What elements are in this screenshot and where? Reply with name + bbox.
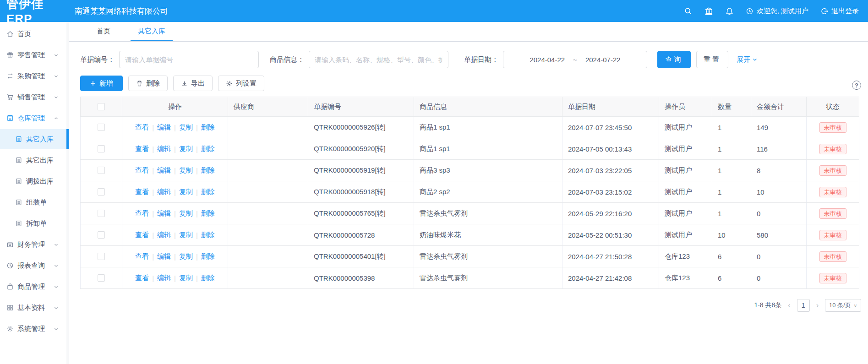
cell-amount: 0 xyxy=(751,203,807,224)
sidebar-item-2[interactable]: 采购管理 xyxy=(0,66,69,86)
prev-page-icon[interactable]: ‹ xyxy=(787,301,791,310)
welcome-user[interactable]: 欢迎您, 测试用户 xyxy=(746,7,808,16)
sidebar-item-label: 其它出库 xyxy=(26,156,69,165)
row-action-edit[interactable]: 编辑 xyxy=(157,145,171,153)
row-action-edit[interactable]: 编辑 xyxy=(157,166,171,175)
row-checkbox[interactable] xyxy=(98,210,105,217)
row-checkbox[interactable] xyxy=(98,124,105,131)
row-action-delete[interactable]: 删除 xyxy=(201,188,215,196)
help-icon[interactable]: ? xyxy=(852,81,861,90)
row-action-edit[interactable]: 编辑 xyxy=(157,274,171,283)
cell-operator: 测试用户 xyxy=(659,117,712,138)
row-action-view[interactable]: 查看 xyxy=(135,231,149,239)
row-checkbox[interactable] xyxy=(98,231,105,239)
row-actions: 查看|编辑|复制|删除 xyxy=(128,145,222,153)
row-action-copy[interactable]: 复制 xyxy=(179,209,193,218)
row-action-edit[interactable]: 编辑 xyxy=(157,123,171,132)
row-action-view[interactable]: 查看 xyxy=(135,209,149,218)
cell-operator: 仓库123 xyxy=(659,267,712,289)
add-button[interactable]: 新增 xyxy=(80,76,123,91)
row-action-copy[interactable]: 复制 xyxy=(179,188,193,196)
cell-amount: 149 xyxy=(751,117,807,138)
order-no-input[interactable] xyxy=(119,51,259,68)
chevron-down-icon xyxy=(54,242,59,247)
row-checkbox[interactable] xyxy=(98,167,105,174)
row-action-copy[interactable]: 复制 xyxy=(179,274,193,283)
sidebar-item-6[interactable]: 其它出库 xyxy=(0,150,69,170)
logout-button[interactable]: 退出登录 xyxy=(820,7,859,16)
sidebar-item-4[interactable]: 仓库管理 xyxy=(0,108,69,128)
sidebar-item-3[interactable]: 销售管理 xyxy=(0,87,69,107)
bank-icon[interactable] xyxy=(704,7,713,16)
row-action-edit[interactable]: 编辑 xyxy=(157,188,171,196)
search-icon[interactable] xyxy=(684,7,693,16)
row-action-view[interactable]: 查看 xyxy=(135,188,149,196)
date-to[interactable]: 2024-07-22 xyxy=(585,56,621,64)
page-size-select[interactable]: 10 条/页 ∨ xyxy=(825,299,861,312)
tab-0[interactable]: 首页 xyxy=(89,22,118,41)
row-action-edit[interactable]: 编辑 xyxy=(157,252,171,261)
company-name: 南通某某网络科技有限公司 xyxy=(75,6,168,16)
row-action-delete[interactable]: 删除 xyxy=(201,123,215,132)
sidebar-item-label: 报表查询 xyxy=(17,261,54,270)
cell-amount: 10 xyxy=(751,181,807,203)
doc-icon xyxy=(15,178,22,185)
row-action-copy[interactable]: 复制 xyxy=(179,123,193,132)
next-page-icon[interactable]: › xyxy=(815,301,819,310)
sidebar-item-5[interactable]: 其它入库 xyxy=(0,129,69,149)
row-checkbox[interactable] xyxy=(98,274,105,282)
row-checkbox[interactable] xyxy=(98,188,105,196)
row-action-copy[interactable]: 复制 xyxy=(179,145,193,153)
cell-supplier xyxy=(228,224,308,246)
row-action-copy[interactable]: 复制 xyxy=(179,166,193,175)
row-action-delete[interactable]: 删除 xyxy=(201,166,215,175)
row-checkbox[interactable] xyxy=(98,145,105,152)
row-action-view[interactable]: 查看 xyxy=(135,123,149,132)
row-action-edit[interactable]: 编辑 xyxy=(157,231,171,239)
row-action-delete[interactable]: 删除 xyxy=(201,145,215,153)
expand-link[interactable]: 展开 xyxy=(737,55,758,64)
row-action-view[interactable]: 查看 xyxy=(135,252,149,261)
row-action-view[interactable]: 查看 xyxy=(135,166,149,175)
row-action-edit[interactable]: 编辑 xyxy=(157,209,171,218)
product-info-input[interactable] xyxy=(309,51,448,68)
sidebar-item-9[interactable]: 拆卸单 xyxy=(0,213,69,234)
page-number[interactable]: 1 xyxy=(797,299,810,312)
row-action-delete[interactable]: 删除 xyxy=(201,274,215,283)
row-action-delete[interactable]: 删除 xyxy=(201,252,215,261)
chevron-down-icon xyxy=(752,57,758,62)
table-row: 查看|编辑|复制|删除QTRK00000005920[转]商品1 sp12024… xyxy=(81,138,859,160)
bell-icon[interactable] xyxy=(725,7,734,16)
column-settings-button[interactable]: 列设置 xyxy=(218,76,264,91)
table-body: 查看|编辑|复制|删除QTRK00000005926[转]商品1 sp12024… xyxy=(81,117,859,289)
sidebar-item-13[interactable]: 基本资料 xyxy=(0,298,69,318)
search-button[interactable]: 查询 xyxy=(657,51,691,68)
row-checkbox[interactable] xyxy=(98,253,105,260)
date-range-picker[interactable]: 2024-04-22 ~ 2024-07-22 xyxy=(503,51,647,68)
date-from[interactable]: 2024-04-22 xyxy=(530,56,565,64)
row-action-delete[interactable]: 删除 xyxy=(201,231,215,239)
select-all-checkbox[interactable] xyxy=(98,103,105,110)
sidebar-item-11[interactable]: 报表查询 xyxy=(0,255,69,276)
row-action-delete[interactable]: 删除 xyxy=(201,209,215,218)
export-button[interactable]: 导出 xyxy=(173,76,213,91)
cell-amount: 8 xyxy=(751,160,807,181)
reset-button[interactable]: 重置 xyxy=(696,51,728,68)
sidebar-item-1[interactable]: 零售管理 xyxy=(0,45,69,65)
sidebar-item-8[interactable]: 组装单 xyxy=(0,192,69,212)
status-badge: 未审核 xyxy=(819,251,846,262)
row-action-view[interactable]: 查看 xyxy=(135,145,149,153)
sidebar-item-7[interactable]: 调拨出库 xyxy=(0,171,69,191)
sidebar-item-12[interactable]: 商品管理 xyxy=(0,277,69,297)
sidebar-item-14[interactable]: 系统管理 xyxy=(0,319,69,339)
delete-button[interactable]: 删除 xyxy=(128,76,168,91)
row-actions: 查看|编辑|复制|删除 xyxy=(128,252,222,261)
row-action-copy[interactable]: 复制 xyxy=(179,252,193,261)
row-action-view[interactable]: 查看 xyxy=(135,274,149,283)
tab-1[interactable]: 其它入库 xyxy=(131,22,173,41)
column-header-8: 状态 xyxy=(807,97,859,117)
sidebar-item-0[interactable]: 首页 xyxy=(0,24,69,44)
row-action-copy[interactable]: 复制 xyxy=(179,231,193,239)
plus-icon xyxy=(90,80,96,87)
sidebar-item-10[interactable]: 财务管理 xyxy=(0,234,69,255)
